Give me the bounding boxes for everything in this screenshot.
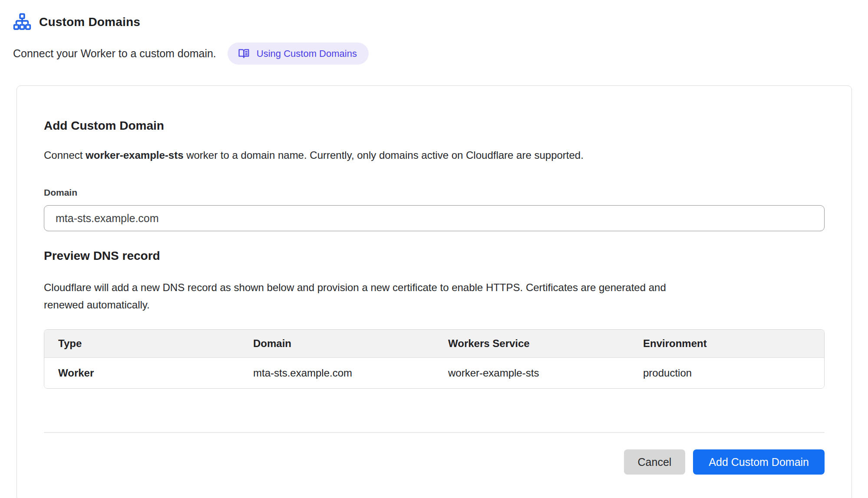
table-header-row: Type Domain Workers Service Environment — [44, 330, 824, 357]
table-row: Worker mta-sts.example.com worker-exampl… — [44, 357, 824, 388]
sitemap-icon — [13, 13, 31, 31]
footer-actions: Cancel Add Custom Domain — [44, 449, 825, 475]
worker-name: worker-example-sts — [86, 149, 183, 161]
add-custom-domain-button[interactable]: Add Custom Domain — [693, 449, 825, 475]
cell-domain: mta-sts.example.com — [239, 357, 434, 388]
add-custom-domain-heading: Add Custom Domain — [44, 118, 825, 133]
preview-dns-description: Cloudflare will add a new DNS record as … — [44, 279, 682, 314]
column-header-environment: Environment — [629, 330, 824, 357]
footer-divider — [44, 432, 825, 433]
description-prefix: Connect — [44, 149, 86, 161]
cancel-button[interactable]: Cancel — [624, 449, 686, 475]
domain-field-label: Domain — [44, 187, 825, 198]
page-header: Custom Domains — [13, 13, 852, 31]
column-header-workers-service: Workers Service — [434, 330, 629, 357]
cell-workers-service: worker-example-sts — [434, 357, 629, 388]
domain-input[interactable] — [44, 205, 825, 231]
dns-preview-table: Type Domain Workers Service Environment … — [44, 329, 825, 389]
subtitle-row: Connect your Worker to a custom domain. … — [13, 43, 852, 65]
open-book-icon — [238, 47, 250, 60]
column-header-type: Type — [44, 330, 239, 357]
cell-environment: production — [629, 357, 824, 388]
description-suffix: worker to a domain name. Currently, only… — [184, 149, 584, 161]
column-header-domain: Domain — [239, 330, 434, 357]
cell-type: Worker — [44, 357, 239, 388]
using-custom-domains-label: Using Custom Domains — [257, 48, 357, 59]
page-title: Custom Domains — [39, 15, 140, 29]
using-custom-domains-link[interactable]: Using Custom Domains — [228, 43, 369, 65]
page-subtitle: Connect your Worker to a custom domain. — [13, 47, 216, 60]
add-custom-domain-card: Add Custom Domain Connect worker-example… — [17, 85, 852, 498]
add-custom-domain-description: Connect worker-example-sts worker to a d… — [44, 148, 825, 163]
preview-dns-record-heading: Preview DNS record — [44, 249, 825, 263]
